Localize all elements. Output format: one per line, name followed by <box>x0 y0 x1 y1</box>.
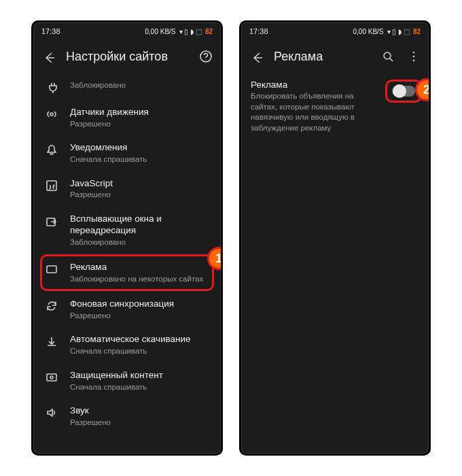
status-bar: 17:38 0,00 KB/S ▾ ▯ ◗ ⬚ 82 <box>241 22 429 40</box>
help-button[interactable] <box>198 48 214 65</box>
motion-icon <box>46 108 58 120</box>
sync-icon <box>46 300 58 312</box>
setting-row-protected[interactable]: Защищенный контентСначала спрашивать <box>36 363 218 398</box>
setting-row-bgsync[interactable]: Фоновая синхронизацияРазрешено <box>36 292 218 327</box>
bell-icon <box>46 143 58 156</box>
more-vert-icon <box>408 50 420 63</box>
help-icon <box>200 50 212 63</box>
setting-row[interactable]: Заблокировано <box>36 73 218 100</box>
svg-point-2 <box>50 113 53 116</box>
download-icon <box>46 335 58 347</box>
app-bar: Реклама <box>241 40 429 73</box>
phone-screen-site-settings: 17:38 0,00 KB/S ▾ ▯ ◗ ⬚ 82 Настройки сай… <box>31 20 223 456</box>
setting-row-motion[interactable]: Датчики движенияРазрешено <box>36 100 218 135</box>
svg-rect-3 <box>47 181 56 190</box>
setting-row-javascript[interactable]: JavaScriptРазрешено <box>36 171 218 207</box>
phone-screen-ads-detail: 17:38 0,00 KB/S ▾ ▯ ◗ ⬚ 82 Реклама Рекла… <box>239 20 431 456</box>
search-button[interactable] <box>380 48 396 65</box>
svg-point-1 <box>205 59 206 60</box>
arrow-left-icon <box>42 50 54 63</box>
setting-row-notifications[interactable]: УведомленияСначала спрашивать <box>36 135 218 171</box>
battery-level: 82 <box>413 28 421 35</box>
svg-rect-6 <box>47 374 56 381</box>
app-bar: Настройки сайтов <box>33 40 221 73</box>
status-icons: 0,00 KB/S ▾ ▯ ◗ ⬚ 82 <box>145 28 213 35</box>
status-time: 17:38 <box>41 27 60 35</box>
svg-point-10 <box>413 56 415 58</box>
battery-level: 82 <box>205 28 213 35</box>
status-bar: 17:38 0,00 KB/S ▾ ▯ ◗ ⬚ 82 <box>33 22 221 40</box>
svg-rect-5 <box>47 266 56 273</box>
status-time: 17:38 <box>249 27 268 35</box>
svg-point-11 <box>413 60 415 62</box>
ads-toggle[interactable] <box>392 86 415 97</box>
ads-icon <box>46 263 58 275</box>
more-button[interactable] <box>406 48 422 65</box>
sound-icon <box>46 407 58 419</box>
back-button[interactable] <box>248 48 264 65</box>
js-icon <box>46 180 58 192</box>
plug-icon <box>46 81 58 93</box>
search-icon <box>382 50 394 63</box>
svg-point-9 <box>413 52 415 54</box>
setting-row-ads[interactable]: РекламаЗаблокировано на некоторых сайтах <box>36 254 218 292</box>
protect-icon <box>46 371 58 384</box>
setting-row-popups[interactable]: Всплывающие окна и переадресацияЗаблокир… <box>36 207 218 254</box>
arrow-left-icon <box>250 50 262 63</box>
page-title: Реклама <box>274 50 370 64</box>
settings-list: Заблокировано Датчики движенияРазрешено … <box>33 73 221 441</box>
status-icons: 0,00 KB/S ▾ ▯ ◗ ⬚ 82 <box>353 28 421 35</box>
setting-row-sound[interactable]: ЗвукРазрешено <box>36 398 218 434</box>
svg-point-8 <box>384 52 391 59</box>
page-title: Настройки сайтов <box>66 50 188 64</box>
setting-row-autodownload[interactable]: Автоматическое скачиваниеСначала спрашив… <box>36 327 218 362</box>
svg-point-7 <box>50 376 53 379</box>
back-button[interactable] <box>40 48 56 65</box>
section-description: Блокировать объявления на сайтах, которы… <box>251 91 377 133</box>
popup-icon <box>46 215 58 227</box>
